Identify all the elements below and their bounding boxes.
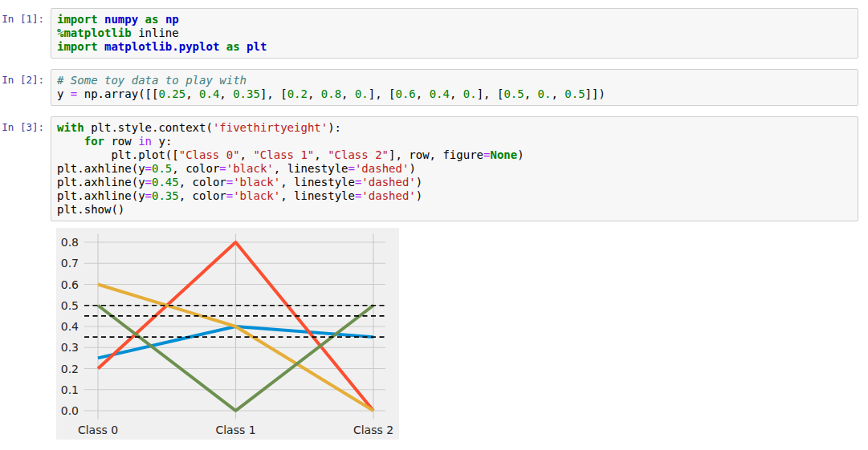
y-tick-label: 0.5	[61, 299, 79, 312]
y-tick-label: 0.0	[61, 404, 79, 417]
y-tick-label: 0.4	[61, 320, 79, 333]
code-cell-1: In [1]:import numpy as np%matplotlib inl…	[0, 8, 868, 59]
x-tick-label: Class 0	[78, 424, 118, 436]
cell-input-prompt: In [1]:	[0, 8, 51, 59]
y-tick-label: 0.8	[61, 236, 79, 249]
cell-output-area: 0.00.10.20.30.40.50.60.70.8Class 0Class …	[0, 228, 868, 443]
matplotlib-figure: 0.00.10.20.30.40.50.60.70.8Class 0Class …	[56, 228, 399, 440]
code-editor[interactable]: # Some toy data to play withy = np.array…	[51, 69, 858, 106]
chart-output: 0.00.10.20.30.40.50.60.70.8Class 0Class …	[51, 228, 399, 443]
code-cell-2: In [2]:# Some toy data to play withy = n…	[0, 69, 868, 106]
code-editor[interactable]: import numpy as np%matplotlib inlineimpo…	[51, 8, 858, 59]
y-tick-label: 0.1	[61, 383, 79, 396]
code-line: plt.show()	[57, 203, 852, 217]
code-line: # Some toy data to play with	[57, 74, 852, 87]
notebook: In [1]:import numpy as np%matplotlib inl…	[0, 0, 868, 221]
output-prompt-spacer	[0, 228, 51, 443]
code-line: plt.axhline(y=0.35, color='black', lines…	[57, 189, 852, 203]
y-tick-label: 0.7	[61, 257, 79, 270]
code-line: with plt.style.context('fivethirtyeight'…	[57, 121, 852, 135]
code-line: for row in y:	[57, 135, 852, 148]
y-tick-label: 0.2	[61, 363, 79, 375]
y-tick-label: 0.6	[61, 278, 79, 291]
code-cell-3: In [3]:with plt.style.context('fivethirt…	[0, 116, 868, 221]
code-line: plt.axhline(y=0.45, color='black', lines…	[57, 176, 852, 189]
cell-input-prompt: In [3]:	[0, 116, 51, 221]
y-tick-label: 0.3	[61, 341, 79, 354]
cell-input-prompt: In [2]:	[0, 69, 51, 106]
code-line: y = np.array([[0.25, 0.4, 0.35], [0.2, 0…	[57, 87, 852, 101]
x-tick-label: Class 1	[215, 424, 255, 436]
code-line: import matplotlib.pyplot as plt	[57, 40, 852, 54]
code-line: %matplotlib inline	[57, 26, 852, 40]
x-tick-label: Class 2	[353, 424, 393, 436]
code-line: plt.plot(["Class 0", "Class 1", "Class 2…	[57, 148, 852, 162]
code-editor[interactable]: with plt.style.context('fivethirtyeight'…	[51, 116, 858, 221]
code-line: plt.axhline(y=0.5, color='black', linest…	[57, 162, 852, 176]
code-line: import numpy as np	[57, 13, 852, 26]
